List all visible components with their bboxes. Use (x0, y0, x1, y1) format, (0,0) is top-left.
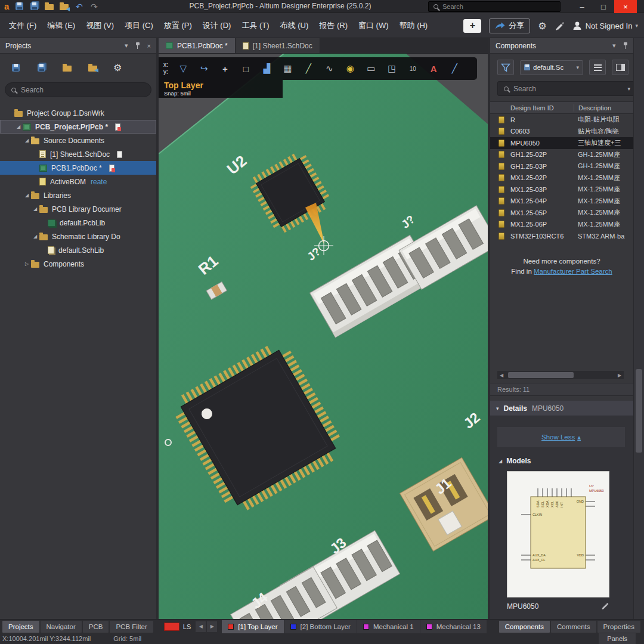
tree-item[interactable]: default.SchLib (0, 243, 156, 257)
save-all-icon[interactable] (29, 1, 39, 11)
component-row[interactable]: R电阻-贴片电阻 (490, 114, 644, 126)
via-icon[interactable]: ◉ (340, 63, 361, 74)
component-row[interactable]: MX1.25-02PMX-1.25MM座 (490, 172, 644, 184)
menubar-item-8[interactable]: 报告 (R) (314, 14, 353, 38)
tab-pcb1-pcbdoc[interactable]: PCB1.PcbDoc * (159, 38, 236, 53)
library-dropdown[interactable]: default.Sc ▾ (520, 60, 583, 75)
open-project-icon[interactable] (59, 1, 69, 11)
component-row[interactable]: C0603贴片电容/陶瓷 (490, 126, 644, 138)
dimension-icon[interactable]: 10 (402, 66, 423, 72)
minimize-button[interactable]: – (571, 0, 593, 13)
scroll-right-icon[interactable]: ▶ (615, 373, 624, 378)
menubar-item-10[interactable]: 帮助 (H) (394, 14, 434, 38)
tree-item-link[interactable]: reate (91, 178, 107, 186)
open-icon[interactable] (62, 63, 72, 73)
filter-button[interactable] (497, 60, 514, 75)
components-search-input[interactable]: Search ▾ (497, 81, 637, 96)
tree-expanded-icon[interactable]: ◢ (23, 193, 31, 198)
titlebar-search-input[interactable]: Search (428, 1, 561, 12)
arc-icon[interactable]: ∿ (319, 63, 340, 74)
filter-icon[interactable]: ▽ (173, 63, 194, 74)
menubar-item-6[interactable]: 工具 (T) (236, 14, 274, 38)
tree-item[interactable]: ◢Source Documents (0, 134, 156, 147)
tree-item[interactable]: ◢PCB Library Documer (0, 202, 156, 216)
layer-tab[interactable]: Mechanical 1 (357, 620, 420, 633)
string-icon[interactable]: A (423, 64, 444, 74)
menubar-item-0[interactable]: 文件 (F) (4, 14, 42, 38)
close-button[interactable]: × (614, 0, 637, 13)
tree-item[interactable]: ◢Schematic Library Do (0, 230, 156, 243)
project-options-icon[interactable] (88, 63, 98, 73)
panel-menu-icon[interactable]: ▾ (612, 42, 616, 49)
component-row[interactable]: GH1.25-03PGH-1.25MM座 (490, 160, 644, 172)
tree-expanded-icon[interactable]: ◢ (23, 138, 31, 143)
scroll-left-icon[interactable]: ◀ (497, 373, 506, 378)
pin-icon[interactable] (623, 42, 628, 49)
scrollbar-thumb[interactable] (636, 369, 642, 453)
component-row[interactable]: STM32F103RCT6STM32 ARM-ba (490, 230, 644, 242)
layer-scroll-right-button[interactable]: ▶ (207, 621, 217, 632)
projects-search-input[interactable]: Search (5, 82, 151, 97)
tree-item[interactable]: Project Group 1.DsnWrk (0, 106, 156, 120)
component-row[interactable]: MX1.25-04PMX-1.25MM座 (490, 196, 644, 208)
tree-item[interactable]: ActiveBOMreate (0, 175, 156, 188)
tree-item[interactable]: default.PcbLib (0, 216, 156, 230)
details-header[interactable]: ▾ Details MPU6050 (490, 401, 633, 416)
edit-model-button[interactable] (601, 602, 609, 612)
panel-tab-pcb[interactable]: PCB (83, 621, 109, 633)
tree-expanded-icon[interactable]: ◢ (31, 234, 39, 239)
column-description[interactable]: Description (574, 104, 611, 112)
compile-icon[interactable] (36, 63, 47, 73)
panel-button-properties[interactable]: Properties (597, 621, 640, 633)
layer-tab[interactable]: [2] Bottom Layer (284, 620, 357, 633)
model-preview[interactable]: CLKIN AUX_DA AUX_CL GND VDD SDA SCL XDA … (507, 471, 609, 597)
user-account-menu[interactable]: Not Signed In ▾ (572, 20, 638, 31)
component-row[interactable]: MX1.25-05PMX-1.25MM座 (490, 207, 644, 219)
tree-item[interactable]: ◢PCB_Project.PrjPcb * (0, 120, 156, 134)
close-icon[interactable]: × (147, 42, 151, 49)
tree-item[interactable]: PCB1.PcbDoc * (0, 161, 156, 175)
panel-button-comments[interactable]: Comments (551, 621, 596, 633)
menubar-item-4[interactable]: 放置 (P) (159, 14, 197, 38)
panel-menu-icon[interactable]: ▾ (125, 42, 128, 49)
components-table-header[interactable]: Design Item ID Description (490, 101, 644, 114)
models-section-header[interactable]: ◢ Models (499, 457, 633, 465)
menubar-item-9[interactable]: 窗口 (W) (353, 14, 394, 38)
menubar-item-7[interactable]: 布线 (U) (275, 14, 314, 38)
share-button[interactable]: 分享 (489, 18, 530, 33)
panel-tab-navigator[interactable]: Navigator (41, 621, 82, 633)
tree-collapsed-icon[interactable]: ▷ (23, 261, 31, 267)
save-project-icon[interactable] (11, 63, 21, 73)
vertical-scrollbar[interactable] (633, 38, 644, 619)
select-area-icon[interactable]: □ (236, 64, 256, 74)
open-folder-icon[interactable] (44, 1, 54, 11)
horizontal-scrollbar[interactable]: ◀ ▶ (497, 371, 624, 379)
polygon-icon[interactable]: ▭ (361, 63, 382, 74)
layer-color-indicator[interactable] (164, 623, 179, 631)
tree-item[interactable]: ◢Libraries (0, 188, 156, 202)
menubar-item-5[interactable]: 设计 (D) (197, 14, 237, 38)
show-less-link[interactable]: Show Less (541, 434, 575, 441)
list-view-button[interactable] (589, 60, 606, 75)
tab-sheet1-schdoc[interactable]: [1] Sheet1.SchDoc (236, 38, 320, 53)
menubar-item-2[interactable]: 视图 (V) (80, 14, 119, 38)
tree-item[interactable]: [1] Sheet1.SchDoc (0, 147, 156, 161)
pin-icon[interactable] (135, 42, 141, 49)
menubar-item-1[interactable]: 编辑 (E) (42, 14, 80, 38)
tree-item[interactable]: ▷Components (0, 257, 156, 271)
undo-icon[interactable]: ↶ (74, 1, 84, 11)
component-row[interactable]: MPU6050三轴加速度+三 (490, 137, 644, 149)
component-row[interactable]: MX1.25-03PMX-1.25MM座 (490, 184, 644, 196)
column-design-item-id[interactable]: Design Item ID (490, 104, 574, 112)
line-icon[interactable]: ╱ (444, 63, 465, 74)
menubar-item-3[interactable]: 项目 (C) (119, 14, 159, 38)
panel-button-components[interactable]: Components (499, 621, 550, 633)
interactive-route-icon[interactable]: ↪ (194, 63, 215, 74)
redo-icon[interactable]: ↷ (89, 1, 99, 11)
track-icon[interactable]: ╱ (298, 63, 319, 74)
panels-button[interactable]: Panels (599, 633, 636, 644)
panel-tab-projects[interactable]: Projects (2, 621, 39, 633)
chart-icon[interactable]: ▟ (256, 63, 277, 74)
layer-tab[interactable]: [1] Top Layer (222, 620, 283, 633)
gear-icon[interactable]: ⚙ (113, 62, 122, 73)
